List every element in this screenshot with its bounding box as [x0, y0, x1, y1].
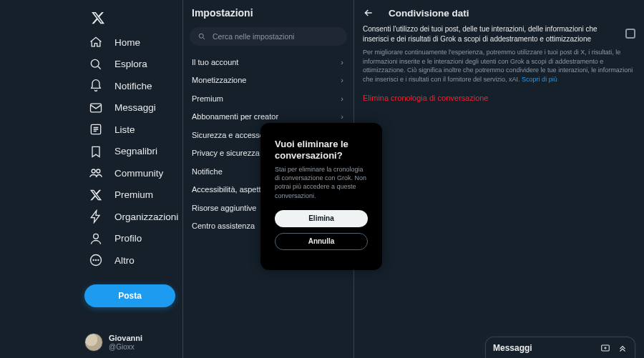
expand-drawer-icon[interactable]	[618, 343, 628, 353]
post-button[interactable]: Posta	[84, 284, 175, 307]
nav-label: Home	[114, 37, 140, 48]
nav-label: Notifiche	[114, 81, 152, 91]
nav-lists[interactable]: Liste	[84, 119, 182, 141]
nav-home[interactable]: Home	[84, 31, 182, 54]
settings-search-input[interactable]	[211, 31, 340, 41]
modal-description: Stai per eliminare la cronologia di conv…	[275, 165, 368, 200]
search-icon	[197, 32, 207, 41]
settings-item-monetization[interactable]: Monetizzazione›	[183, 71, 353, 90]
avatar	[84, 333, 103, 352]
chevron-right-icon: ›	[341, 112, 343, 121]
nav-label: Esplora	[114, 59, 147, 69]
svg-point-9	[98, 260, 99, 261]
modal-title: Vuoi eliminare le conversazioni?	[275, 139, 368, 161]
consent-label: Consenti l'utilizzo dei tuoi post, delle…	[363, 24, 618, 44]
nav-explore[interactable]: Esplora	[84, 54, 182, 76]
svg-point-4	[97, 169, 100, 173]
delete-history-link[interactable]: Elimina cronologia di conversazione	[354, 94, 635, 102]
svg-point-8	[96, 260, 97, 261]
new-message-icon[interactable]	[600, 343, 610, 353]
bell-icon	[87, 77, 104, 94]
people-icon	[87, 164, 104, 182]
account-switcher[interactable]: Giovanni @Gioxx	[84, 333, 142, 352]
nav-premium[interactable]: Premium	[84, 184, 182, 207]
settings-item-premium[interactable]: Premium›	[183, 89, 353, 108]
nav-orgs[interactable]: Organizzazioni verificate	[84, 206, 182, 228]
x-icon	[87, 187, 104, 204]
nav-label: Profilo	[114, 233, 142, 244]
lightning-icon	[87, 208, 104, 225]
detail-title: Condivisione dati	[389, 8, 469, 19]
primary-nav: Home Esplora Notifiche Messaggi Liste Se…	[0, 0, 182, 358]
nav-notifications[interactable]: Notifiche	[84, 75, 182, 97]
confirm-delete-button[interactable]: Elimina	[275, 210, 368, 227]
nav-label: Messaggi	[114, 102, 156, 113]
back-button[interactable]	[360, 4, 377, 21]
svg-point-7	[93, 260, 94, 261]
svg-point-10	[199, 34, 203, 38]
search-icon	[87, 56, 104, 73]
chevron-right-icon: ›	[341, 76, 343, 84]
nav-label: Community	[114, 168, 163, 179]
nav-label: Premium	[114, 189, 153, 200]
settings-item-account[interactable]: Il tuo account›	[183, 53, 353, 71]
confirm-delete-modal: Vuoi eliminare le conversazioni? Stai pe…	[260, 123, 382, 270]
nav-more[interactable]: Altro	[84, 249, 182, 272]
more-icon	[87, 252, 104, 269]
nav-label: Organizzazioni verificate	[114, 212, 180, 222]
svg-rect-1	[91, 104, 102, 112]
envelope-icon	[87, 99, 104, 116]
cancel-button[interactable]: Annulla	[275, 233, 368, 250]
learn-more-link[interactable]: Scopri di più	[522, 76, 557, 83]
chevron-right-icon: ›	[341, 58, 343, 66]
nav-communities[interactable]: Community	[84, 162, 182, 184]
nav-bookmarks[interactable]: Segnalibri	[84, 141, 182, 163]
home-icon	[87, 34, 104, 51]
svg-point-5	[94, 234, 99, 239]
messages-drawer[interactable]: Messaggi	[485, 337, 635, 358]
nav-messages[interactable]: Messaggi	[84, 97, 182, 119]
consent-checkbox[interactable]	[625, 29, 635, 39]
consent-description: Per migliorare continuamente l'esperienz…	[354, 48, 635, 84]
x-logo[interactable]	[87, 7, 109, 29]
svg-point-3	[92, 169, 95, 173]
nav-label: Segnalibri	[114, 146, 157, 156]
account-name: Giovanni	[109, 334, 142, 343]
list-icon	[87, 121, 104, 138]
nav-label: Liste	[114, 124, 135, 135]
nav-profile[interactable]: Profilo	[84, 228, 182, 250]
detail-column: Condivisione dati Consenti l'utilizzo de…	[354, 0, 644, 358]
svg-point-0	[91, 59, 99, 67]
nav-label: Altro	[114, 255, 135, 266]
settings-title: Impostazioni	[183, 0, 353, 24]
messages-drawer-title: Messaggi	[493, 343, 532, 353]
chevron-right-icon: ›	[341, 94, 343, 103]
person-icon	[87, 230, 104, 247]
account-handle: @Gioxx	[109, 343, 142, 352]
settings-search[interactable]	[190, 27, 347, 46]
bookmark-icon	[87, 143, 104, 160]
arrow-left-icon	[363, 7, 374, 19]
